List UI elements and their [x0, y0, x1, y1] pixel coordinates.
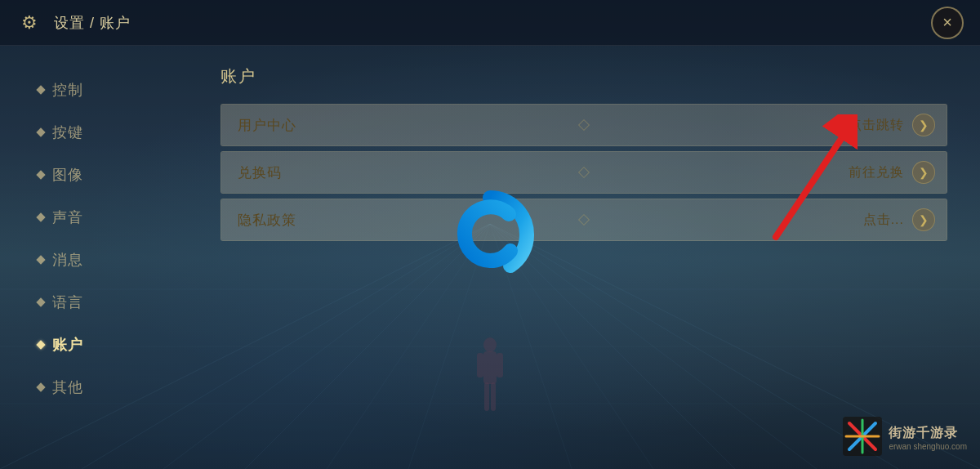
- diamond-icon: [36, 297, 45, 306]
- sidebar-item-account[interactable]: 账户: [24, 325, 188, 364]
- sidebar: 控制 按键 图像 声音 消息 语言 账户 其他: [0, 46, 188, 469]
- watermark-chinese-text: 街游千游录: [889, 425, 967, 442]
- diamond-icon: [36, 255, 45, 264]
- sidebar-label-account: 账户: [52, 335, 83, 355]
- sidebar-item-language[interactable]: 语言: [24, 283, 188, 322]
- user-center-action: 点击跳转 ❯: [849, 114, 935, 136]
- redeem-code-action-text: 前往兑换: [849, 164, 904, 181]
- user-center-arrow-button[interactable]: ❯: [912, 114, 935, 136]
- redeem-code-row[interactable]: 兑换码 前往兑换 ❯: [220, 151, 947, 194]
- diamond-icon: [36, 170, 45, 179]
- diamond-icon-active: [36, 340, 45, 349]
- sidebar-item-other[interactable]: 其他: [24, 368, 188, 407]
- edge-loading-icon: [445, 190, 535, 279]
- privacy-row[interactable]: 隐私政策 点击... ❯: [220, 199, 947, 241]
- user-center-row[interactable]: 用户中心 点击跳转 ❯: [220, 104, 947, 146]
- row-diamond-decoration: [578, 119, 590, 131]
- sidebar-label-language: 语言: [52, 293, 83, 312]
- sidebar-item-image[interactable]: 图像: [24, 155, 188, 194]
- watermark-logo: [843, 417, 882, 459]
- sidebar-label-message: 消息: [52, 250, 83, 270]
- diamond-icon: [36, 382, 45, 391]
- sidebar-item-sound[interactable]: 声音: [24, 198, 188, 237]
- user-center-action-text: 点击跳转: [849, 117, 904, 134]
- privacy-action: 点击... ❯: [863, 208, 935, 231]
- redeem-code-action: 前往兑换 ❯: [849, 161, 935, 184]
- close-button[interactable]: ×: [931, 7, 964, 39]
- section-title: 账户: [220, 65, 947, 87]
- sidebar-item-keys[interactable]: 按键: [24, 113, 188, 152]
- watermark: 街游千游录 erwan shenghuo.com: [843, 417, 967, 459]
- row-diamond-decoration: [578, 214, 590, 226]
- redeem-code-arrow-button[interactable]: ❯: [912, 161, 935, 184]
- row-diamond-decoration: [578, 167, 590, 178]
- watermark-url: erwan shenghuo.com: [889, 442, 967, 451]
- diamond-icon: [36, 85, 45, 94]
- sidebar-label-keys: 按键: [52, 123, 83, 142]
- sidebar-label-sound: 声音: [52, 208, 83, 227]
- sidebar-item-message[interactable]: 消息: [24, 240, 188, 279]
- user-center-label: 用户中心: [238, 116, 296, 135]
- sidebar-label-control: 控制: [52, 80, 83, 100]
- gear-icon: ⚙: [16, 10, 42, 36]
- watermark-text-block: 街游千游录 erwan shenghuo.com: [889, 425, 967, 451]
- header-title: 设置 / 账户: [54, 13, 131, 33]
- privacy-label: 隐私政策: [238, 211, 296, 230]
- header: ⚙ 设置 / 账户 ×: [0, 0, 980, 46]
- privacy-action-text: 点击...: [863, 212, 904, 229]
- sidebar-label-other: 其他: [52, 377, 83, 397]
- sidebar-label-image: 图像: [52, 165, 83, 185]
- redeem-code-label: 兑换码: [238, 163, 282, 182]
- diamond-icon: [36, 212, 45, 221]
- content-area: 账户 用户中心 点击跳转 ❯ 兑换码 前往兑换 ❯ 隐私政策 点击...: [188, 46, 980, 469]
- privacy-arrow-button[interactable]: ❯: [912, 208, 935, 231]
- sidebar-item-control[interactable]: 控制: [24, 70, 188, 109]
- diamond-icon: [36, 127, 45, 136]
